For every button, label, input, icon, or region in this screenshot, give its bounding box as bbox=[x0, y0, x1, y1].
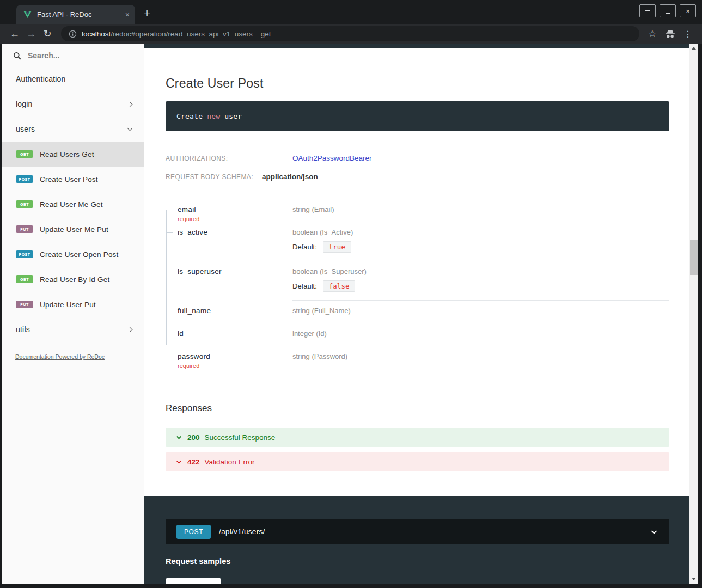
tab-title: Fast API - ReDoc bbox=[37, 10, 120, 19]
method-badge-put: PUT bbox=[16, 301, 33, 308]
sidebar-item-create-user-open-post[interactable]: POSTCreate User Open Post bbox=[2, 242, 144, 267]
incognito-icon bbox=[664, 29, 676, 39]
endpoint-path: /api/v1/users/ bbox=[219, 528, 265, 536]
sidebar-item-label: Read User By Id Get bbox=[40, 275, 109, 284]
schema-row-email: emailrequiredstring (Email) bbox=[166, 199, 669, 222]
method-badge-post: POST bbox=[16, 175, 33, 183]
response-label: Successful Response bbox=[205, 433, 276, 442]
field-name[interactable]: is_superuser bbox=[178, 267, 292, 275]
main-panel: Create User Post Create new user AUTHORI… bbox=[144, 44, 689, 584]
site-info-icon[interactable] bbox=[69, 30, 77, 38]
field-name[interactable]: email bbox=[178, 205, 292, 213]
field-value-col: boolean (Is_Active)Default:true bbox=[292, 222, 669, 261]
field-name-col: passwordrequired bbox=[178, 346, 292, 369]
tab-close-icon[interactable]: × bbox=[125, 11, 130, 19]
sidebar-item-utils[interactable]: utils bbox=[2, 317, 144, 342]
field-value-col: string (Full_Name) bbox=[292, 301, 669, 323]
address-bar[interactable]: localhost/redoc#operation/read_users_api… bbox=[61, 26, 639, 41]
field-default-row: Default:false bbox=[292, 280, 669, 292]
sidebar-item-update-user-me-put[interactable]: PUTUpdate User Me Put bbox=[2, 217, 144, 242]
endpoint-dropdown[interactable]: POST /api/v1/users/ bbox=[166, 519, 669, 544]
sidebar-item-update-user-put[interactable]: PUTUpdate User Put bbox=[2, 292, 144, 317]
scrollbar-thumb[interactable] bbox=[690, 240, 698, 275]
sidebar-item-authentication[interactable]: Authentication bbox=[2, 66, 144, 91]
chevron-down-icon bbox=[175, 458, 182, 465]
sidebar-item-read-user-by-id-get[interactable]: GETRead User By Id Get bbox=[2, 267, 144, 292]
browser-tab-bar: Fast API - ReDoc × + × bbox=[0, 0, 702, 24]
field-name[interactable]: password bbox=[178, 352, 292, 360]
response-row-422[interactable]: 422Validation Error bbox=[166, 452, 669, 471]
field-name-col: is_superuser bbox=[178, 261, 292, 301]
response-code: 422 bbox=[187, 458, 200, 466]
sidebar-item-create-user-post[interactable]: POSTCreate User Post bbox=[2, 167, 144, 192]
sidebar-item-label: Read User Me Get bbox=[40, 200, 103, 209]
sidebar-item-users[interactable]: users bbox=[2, 117, 144, 142]
responses-title: Responses bbox=[166, 403, 669, 414]
request-body-media-type: application/json bbox=[262, 173, 318, 181]
operation-doc: Create User Post Create new user AUTHORI… bbox=[144, 48, 689, 471]
sidebar-item-login[interactable]: login bbox=[2, 91, 144, 117]
sidebar-item-label: Create User Post bbox=[40, 175, 98, 183]
browser-menu-icon[interactable]: ⋮ bbox=[683, 29, 692, 39]
schema-row-is_active: is_activeboolean (Is_Active)Default:true bbox=[166, 222, 669, 261]
authorizations-label: AUTHORIZATIONS: bbox=[166, 155, 228, 164]
toolbar-actions: ☆ ⋮ bbox=[645, 28, 695, 40]
authorizations-row: AUTHORIZATIONS: OAuth2PasswordBearer bbox=[166, 153, 669, 163]
browser-window: Fast API - ReDoc × + × ← → ↻ localhost/r… bbox=[0, 0, 702, 588]
maximize-button[interactable] bbox=[660, 4, 676, 17]
request-body-schema-label: REQUEST BODY SCHEMA: bbox=[166, 173, 253, 181]
previous-section-edge bbox=[144, 44, 689, 48]
method-badge-get: GET bbox=[16, 200, 33, 208]
window-controls: × bbox=[639, 4, 696, 17]
field-name[interactable]: full_name bbox=[178, 307, 292, 315]
page-title: Create User Post bbox=[166, 76, 669, 91]
oauth2-password-bearer-link[interactable]: OAuth2PasswordBearer bbox=[292, 154, 372, 162]
method-badge-get: GET bbox=[16, 275, 33, 283]
default-label: Default: bbox=[292, 282, 317, 290]
method-badge-post: POST bbox=[16, 250, 33, 258]
page-content: Search... AuthenticationloginusersGETRea… bbox=[0, 44, 702, 588]
url-path: /redoc#operation/read_users_api_v1_users… bbox=[111, 30, 271, 38]
description-text-end: user bbox=[220, 112, 242, 120]
close-window-button[interactable]: × bbox=[680, 4, 696, 17]
response-row-200[interactable]: 200Successful Response bbox=[166, 428, 669, 447]
powered-by-redoc-link[interactable]: Documentation Powered by ReDoc bbox=[15, 353, 105, 360]
chevron-right-icon bbox=[127, 327, 133, 332]
field-name-col: full_name bbox=[178, 301, 292, 323]
sidebar-item-label: Read Users Get bbox=[40, 150, 94, 158]
sidebar-item-read-users-get[interactable]: GETRead Users Get bbox=[2, 142, 144, 167]
field-value-col: string (Email) bbox=[292, 199, 669, 222]
search-icon bbox=[13, 52, 21, 60]
schema-row-id: idinteger (Id) bbox=[166, 323, 669, 346]
sidebar-item-read-user-me-get[interactable]: GETRead User Me Get bbox=[2, 192, 144, 217]
request-body-schema-row: REQUEST BODY SCHEMA: application/json bbox=[166, 173, 669, 188]
method-badge-put: PUT bbox=[16, 225, 33, 233]
scroll-up-arrow[interactable] bbox=[689, 44, 698, 52]
back-icon[interactable]: ← bbox=[7, 28, 23, 40]
schema-row-password: passwordrequiredstring (Password) bbox=[166, 346, 669, 369]
field-type: boolean (Is_Active) bbox=[292, 228, 669, 236]
forward-icon[interactable]: → bbox=[23, 28, 39, 40]
default-value-chip: false bbox=[323, 280, 356, 292]
description-text: Create bbox=[176, 112, 207, 120]
schema-row-full_name: full_namestring (Full_Name) bbox=[166, 301, 669, 323]
bookmark-star-icon[interactable]: ☆ bbox=[648, 28, 657, 40]
field-name[interactable]: is_active bbox=[178, 228, 292, 236]
field-name[interactable]: id bbox=[178, 329, 292, 338]
new-tab-button[interactable]: + bbox=[144, 7, 150, 19]
reload-icon[interactable]: ↻ bbox=[39, 28, 56, 40]
sidebar-item-label: Update User Me Put bbox=[40, 225, 108, 234]
search-input[interactable]: Search... bbox=[13, 51, 133, 66]
sample-tab-payload[interactable]: Payload bbox=[166, 578, 221, 588]
minimize-button[interactable] bbox=[639, 4, 656, 17]
browser-tab[interactable]: Fast API - ReDoc × bbox=[16, 5, 135, 24]
vertical-scrollbar[interactable] bbox=[689, 44, 698, 584]
request-samples-title: Request samples bbox=[166, 557, 669, 566]
chevron-down-icon bbox=[650, 528, 658, 536]
chevron-right-icon bbox=[127, 101, 133, 107]
scroll-down-arrow[interactable] bbox=[689, 575, 698, 583]
sidebar-nav: AuthenticationloginusersGETRead Users Ge… bbox=[2, 66, 144, 342]
description-keyword: new bbox=[207, 112, 220, 120]
sidebar: Search... AuthenticationloginusersGETRea… bbox=[2, 44, 144, 584]
url-host: localhost bbox=[82, 30, 111, 38]
